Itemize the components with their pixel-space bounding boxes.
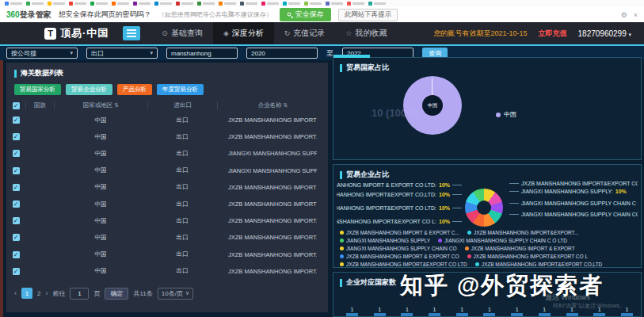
table-row[interactable]: ✓ 中国 出口 JXZB MANSHANHONG IMPORT ... [6, 196, 328, 212]
goto-page-input[interactable]: 1 [70, 288, 89, 300]
row-company-name[interactable]: JXZB MANSHANHONG IMPORT... [217, 234, 317, 241]
row-company-name[interactable]: JXZB MANSHANHONG IMPORT... [217, 133, 317, 140]
row-checkbox[interactable]: ✓ [13, 234, 20, 241]
legend-item[interactable]: JXZB MANSHANHONG IMPORT & EXPORT [465, 246, 575, 251]
select-all-checkbox[interactable]: ✓ [13, 102, 20, 109]
bookmark-item[interactable] [347, 2, 364, 6]
save-password-button[interactable]: 安全保存 [280, 8, 331, 21]
row-checkbox[interactable]: ✓ [13, 167, 20, 174]
bookmark-item[interactable] [304, 2, 322, 6]
row-company-name[interactable]: JXZB MANSHANHONG IMPORT... [217, 217, 317, 224]
bookmark-item[interactable] [133, 2, 151, 6]
bookmark-item[interactable] [26, 2, 44, 6]
sort-icon[interactable]: ⇅ [284, 102, 288, 108]
gear-icon[interactable]: ⚙ [621, 11, 627, 19]
next-page-icon[interactable]: › [45, 289, 48, 297]
column-company[interactable]: 企业名称⇅ [217, 101, 328, 109]
bar-value-label: 1 [516, 307, 519, 312]
bookmark-item[interactable] [240, 2, 257, 6]
bookmark-item[interactable] [176, 2, 193, 6]
bookmark-item[interactable] [48, 2, 65, 6]
bookmark-item[interactable] [197, 2, 215, 6]
analysis-button[interactable]: 贸易企业分析 [66, 84, 112, 95]
hamburger-menu-icon[interactable] [123, 26, 140, 40]
bar[interactable]: 1 [539, 307, 551, 316]
row-company-name[interactable]: JIANGXI MANSHANHONG SUPP... [217, 167, 317, 174]
row-checkbox[interactable]: ✓ [13, 251, 20, 258]
row-checkbox[interactable]: ✓ [13, 217, 20, 224]
row-checkbox[interactable]: ✓ [13, 268, 20, 275]
menu-item[interactable]: ↻ 充值记录 [274, 22, 336, 44]
analysis-button[interactable]: 贸易国家分析 [14, 84, 61, 95]
analysis-button[interactable]: 年度贸易分析 [157, 84, 204, 95]
page-size-select[interactable]: 10条/页∨ [158, 288, 193, 300]
menu-item[interactable]: ☆ 我的收藏 [335, 22, 397, 44]
row-company-name[interactable]: JXZB MANSHANHONG IMPORT... [217, 251, 317, 258]
row-checkbox[interactable]: ✓ [13, 150, 20, 157]
bookmark-item[interactable] [154, 2, 172, 6]
bar[interactable]: 1 [346, 307, 358, 316]
bar[interactable]: 1 [483, 307, 495, 316]
page-1-button[interactable]: 1 [21, 288, 32, 299]
bookmark-item[interactable] [5, 2, 22, 6]
prev-page-icon[interactable]: ‹ [14, 289, 17, 297]
bookmark-item[interactable] [112, 2, 129, 6]
bookmark-item[interactable] [326, 2, 343, 6]
legend-item[interactable]: JXZB MANSHANHONG IMPORT&EXPORT CO L [467, 254, 588, 259]
row-company-name[interactable]: JIANGXI MANSHANHONG SUPPLY [217, 150, 317, 157]
legend-item[interactable]: JIANGXI MANSHANHONG SUPPLY [340, 238, 430, 243]
row-company-name[interactable]: JXZB MANSHANHONG IMPORT ... [217, 116, 317, 124]
table-row[interactable]: ✓ 中国 出口 JXZB MANSHANHONG IMPORT ... [6, 179, 328, 196]
legend-item[interactable]: JXZB MANSHANHONG IMPORT & EXPORT CO [340, 254, 459, 259]
row-company-name[interactable]: JXZB MANSHANHONG IMPORT... [217, 268, 317, 275]
keyword-input[interactable]: manshanhong [166, 48, 238, 59]
table-row[interactable]: ✓ 中国 出口 JXZB MANSHANHONG IMPORT ... [6, 112, 328, 128]
analysis-button[interactable]: 产品分析 [117, 84, 152, 95]
bookmark-item[interactable] [261, 2, 279, 6]
legend-item[interactable]: JXZB MANSHANHONG IMPORT&EXPORT CO LTD [340, 262, 467, 267]
bar[interactable]: 1 [374, 307, 386, 316]
bar[interactable]: 1 [511, 307, 523, 316]
trade-type-select[interactable]: 出口▾ [86, 48, 158, 59]
table-row[interactable]: ✓ 中国 出口 JIANGXI MANSHANHONG SUPPLY [6, 145, 328, 162]
bar[interactable]: 1 [429, 307, 440, 316]
legend-item[interactable]: JXZB MANSHANHONG IMPORT&EXPORT... [467, 230, 578, 235]
menu-item[interactable]: ◈ 深度分析 [213, 22, 274, 44]
table-row[interactable]: ✓ 中国 出口 JXZB MANSHANHONG IMPORT... [6, 263, 328, 280]
table-row[interactable]: ✓ 中国 出口 JXZB MANSHANHONG IMPORT... [6, 246, 328, 263]
close-icon[interactable]: × [634, 11, 638, 19]
bookmark-item[interactable] [69, 2, 86, 6]
row-checkbox[interactable]: ✓ [13, 184, 20, 191]
sort-icon[interactable]: ⇅ [114, 102, 119, 108]
bar-rect [346, 313, 358, 316]
row-company-name[interactable]: JXZB MANSHANHONG IMPORT ... [217, 201, 317, 208]
row-checkbox[interactable]: ✓ [13, 133, 20, 140]
table-row[interactable]: ✓ 中国 出口 JXZB MANSHANHONG IMPORT... [6, 212, 328, 229]
column-country[interactable]: 国家或地区⇅ [54, 101, 147, 109]
search-type-select[interactable]: 按公司搜▾ [6, 48, 78, 59]
legend-item[interactable]: JXZB MANSHANHONG IMPORT & EXPORT C... [340, 230, 459, 235]
bookmark-item[interactable] [90, 2, 108, 6]
bookmark-item[interactable] [219, 2, 236, 6]
page-2-button[interactable]: 2 [37, 290, 40, 297]
legend-item[interactable]: JXZB MANSHANHONG IMPORT&EXPORT CO,LTD [475, 262, 603, 267]
legend-item[interactable]: JIANGXI MANSHANHONG SUPPLY CHAIN CO [340, 246, 457, 251]
row-company-name[interactable]: JXZB MANSHANHONG IMPORT ... [217, 184, 317, 191]
menu-item[interactable]: ⊙ 基础查询 [151, 22, 213, 44]
table-row[interactable]: ✓ 中国 出口 JXZB MANSHANHONG IMPORT... [6, 229, 328, 246]
recharge-link[interactable]: 立即充值 [539, 29, 567, 39]
account-phone-dropdown[interactable]: 18270960299 ▾ [578, 29, 631, 38]
table-row[interactable]: ✓ 中国 出口 JIANGXI MANSHANHONG SUPP... [6, 162, 328, 179]
bar[interactable]: 1 [456, 307, 468, 316]
bar[interactable]: 1 [401, 307, 413, 316]
bookmark-item[interactable] [283, 2, 300, 6]
year-from-input[interactable]: 2020 [246, 48, 318, 59]
dismiss-password-bar-button[interactable]: 此网站下再提示 [338, 9, 398, 21]
chart-legend[interactable]: 中国 [496, 110, 516, 119]
row-checkbox[interactable]: ✓ [13, 201, 20, 208]
row-checkbox[interactable]: ✓ [13, 116, 20, 124]
legend-item[interactable]: JIANGXI MANSHANHONG SUPPLY CHAIN C O LTD [438, 238, 567, 243]
bookmark-item[interactable] [368, 2, 386, 6]
table-row[interactable]: ✓ 中国 出口 JXZB MANSHANHONG IMPORT... [6, 128, 328, 145]
goto-confirm-button[interactable]: 确定 [105, 288, 128, 300]
